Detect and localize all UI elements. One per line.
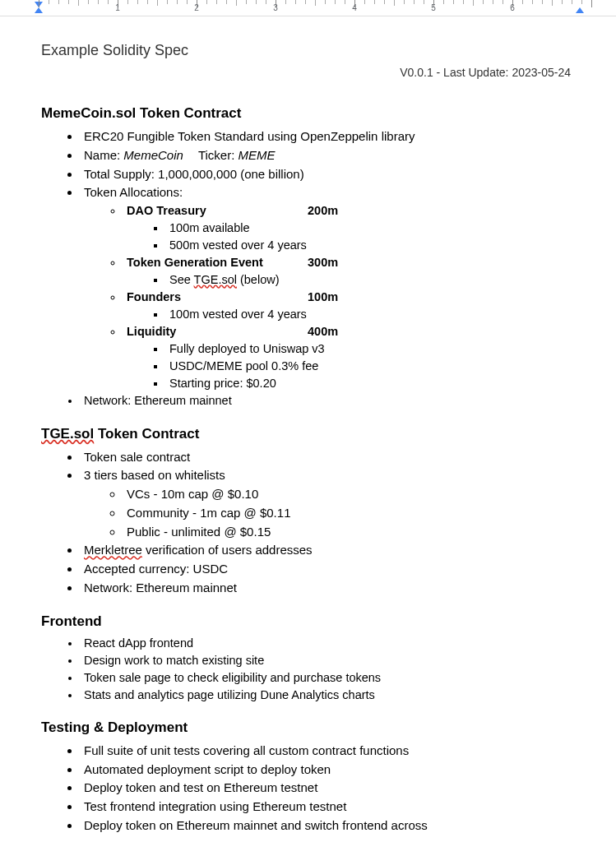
- ruler-tick: [374, 0, 375, 4]
- ruler-tick: [226, 0, 227, 4]
- ruler-tick: [98, 0, 99, 4]
- list-item: Full suite of unit tests covering all cu…: [81, 742, 571, 760]
- allocations-list: DAO Treasury200m 100m available 500m ves…: [84, 202, 571, 391]
- ruler-tick: [108, 0, 109, 4]
- ruler-tick: [216, 0, 217, 4]
- right-indent-marker[interactable]: [576, 7, 584, 13]
- ruler-tick: [305, 0, 306, 4]
- heading-testing: Testing & Deployment: [41, 718, 571, 738]
- ruler-tick: [315, 0, 316, 6]
- list-item: Name: MemeCoinTicker: MEME: [81, 146, 571, 164]
- list-item: 500m vested over 4 years: [166, 237, 571, 253]
- list-item: Liquidity400m Fully deployed to Uniswap …: [123, 323, 571, 391]
- text: Ticker:: [198, 148, 239, 162]
- ruler-tick: [463, 0, 464, 4]
- testing-list: Full suite of unit tests covering all cu…: [41, 742, 571, 835]
- ruler-tick: [364, 0, 365, 4]
- text: Token Allocations:: [84, 185, 183, 199]
- spellcheck-flagged: TGE.sol: [41, 426, 94, 442]
- heading-frontend: Frontend: [41, 612, 571, 632]
- list-item: Deploy token and test on Ethereum testne…: [81, 779, 571, 797]
- ruler-tick: [49, 0, 49, 4]
- ruler-tick: [581, 0, 582, 4]
- ruler-tick: [266, 0, 266, 4]
- heading-tge: TGE.sol Token Contract: [41, 424, 571, 445]
- list-item: Design work to match existing site: [81, 652, 571, 669]
- list-item: VCs - 10m cap @ $0.10: [123, 485, 571, 503]
- alloc-sublist: 100m vested over 4 years: [127, 306, 571, 322]
- list-item: 100m vested over 4 years: [166, 306, 571, 322]
- token-ticker: MEME: [239, 148, 276, 162]
- ruler-number: 3: [273, 2, 278, 15]
- ruler-tick: [522, 0, 523, 4]
- alloc-name: DAO Treasury: [127, 202, 308, 219]
- ruler-tick: [335, 0, 336, 4]
- ruler-tick: [345, 0, 345, 4]
- alloc-amount: 100m: [308, 290, 338, 303]
- ruler-tick: [206, 0, 207, 4]
- list-item: Merkletree verification of users address…: [81, 541, 571, 559]
- ruler-tick: [256, 0, 257, 4]
- list-item: Token Allocations: DAO Treasury200m 100m…: [81, 183, 571, 391]
- text: Name:: [84, 148, 123, 162]
- ruler-tick: [414, 0, 415, 4]
- list-item: 3 tiers based on whitelists VCs - 10m ca…: [81, 466, 571, 540]
- ruler-number: 5: [431, 2, 436, 15]
- alloc-sublist: See TGE.sol (below): [127, 271, 571, 288]
- document-ruler[interactable]: 123456: [0, 0, 616, 16]
- ruler-tick: [384, 0, 385, 4]
- memecoin-list: ERC20 Fungible Token Standard using Open…: [41, 127, 571, 409]
- ruler-tick: [542, 0, 543, 4]
- list-item: Community - 1m cap @ $0.11: [123, 504, 571, 522]
- ruler-tick: [591, 0, 592, 7]
- ruler-tick: [532, 0, 533, 4]
- list-item: Network: Ethereum mainnet: [81, 579, 571, 597]
- tiers-list: VCs - 10m cap @ $0.10 Community - 1m cap…: [84, 485, 571, 540]
- ruler-tick: [394, 0, 395, 6]
- ruler-tick: [562, 0, 563, 4]
- ruler-tick: [236, 0, 237, 6]
- list-item: Stats and analytics page utilizing Dune …: [81, 687, 571, 703]
- text: 3 tiers based on whitelists: [84, 468, 225, 482]
- text: verification of users addresses: [142, 543, 313, 557]
- page-title: Example Solidity Spec: [41, 39, 571, 61]
- ruler-tick: [552, 0, 553, 6]
- alloc-sublist: Fully deployed to Uniswap v3 USDC/MEME p…: [127, 340, 571, 391]
- ruler-tick: [246, 0, 247, 4]
- list-item: Fully deployed to Uniswap v3: [166, 340, 571, 357]
- ruler-tick: [483, 0, 484, 4]
- ruler-tick: [325, 0, 326, 4]
- list-item: Starting price: $0.20: [166, 375, 571, 391]
- ruler-tick: [39, 0, 39, 7]
- ruler-tick: [572, 0, 572, 4]
- ruler-tick: [285, 0, 286, 4]
- list-item: Token sale contract: [81, 448, 571, 466]
- list-item: Token Generation Event300m See TGE.sol (…: [123, 254, 571, 288]
- text: See: [169, 273, 194, 286]
- ruler-tick: [453, 0, 454, 4]
- left-indent-marker[interactable]: [35, 7, 43, 13]
- ruler-tick: [443, 0, 444, 4]
- ruler-tick: [167, 0, 168, 4]
- list-item: Test frontend integration using Ethereum…: [81, 798, 571, 816]
- text: (below): [237, 273, 280, 286]
- ruler-tick: [187, 0, 188, 4]
- text: Token Contract: [94, 426, 199, 442]
- ruler-tick: [404, 0, 405, 4]
- list-item: Network: Ethereum mainnet: [81, 392, 571, 409]
- ruler-number: 1: [115, 2, 120, 15]
- alloc-name: Token Generation Event: [127, 254, 308, 271]
- heading-memecoin: MemeCoin.sol Token Contract: [41, 104, 571, 124]
- list-item: Token sale page to check eligibility and…: [81, 669, 571, 686]
- list-item: DAO Treasury200m 100m available 500m ves…: [123, 202, 571, 253]
- alloc-name: Liquidity: [127, 323, 308, 340]
- list-item: Deploy token on Ethereum mainnet and swi…: [81, 817, 571, 835]
- alloc-sublist: 100m available 500m vested over 4 years: [127, 220, 571, 253]
- token-name: MemeCoin: [123, 148, 183, 162]
- ruler-tick: [295, 0, 296, 4]
- ruler-tick: [137, 0, 138, 4]
- ruler-number: 4: [352, 2, 357, 15]
- ruler-tick: [68, 0, 69, 4]
- tge-list: Token sale contract 3 tiers based on whi…: [41, 448, 571, 597]
- ruler-tick: [147, 0, 148, 4]
